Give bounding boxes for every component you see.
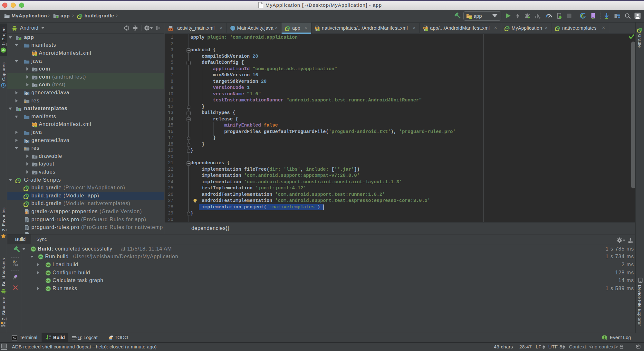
svg-text:OK: OK [46, 271, 50, 274]
svg-text:OK: OK [46, 263, 50, 266]
svg-text:F: F [13, 260, 15, 263]
svg-text:C: C [232, 26, 234, 30]
svg-text:OK: OK [32, 248, 35, 251]
svg-text:OK: OK [39, 256, 43, 259]
svg-text:01: 01 [49, 335, 51, 337]
svg-text:OK: OK [46, 287, 50, 290]
svg-text:ab: ab [15, 263, 18, 266]
svg-text:10: 10 [49, 337, 51, 339]
svg-text:2: 2 [603, 336, 605, 339]
svg-text:OK: OK [46, 280, 50, 282]
